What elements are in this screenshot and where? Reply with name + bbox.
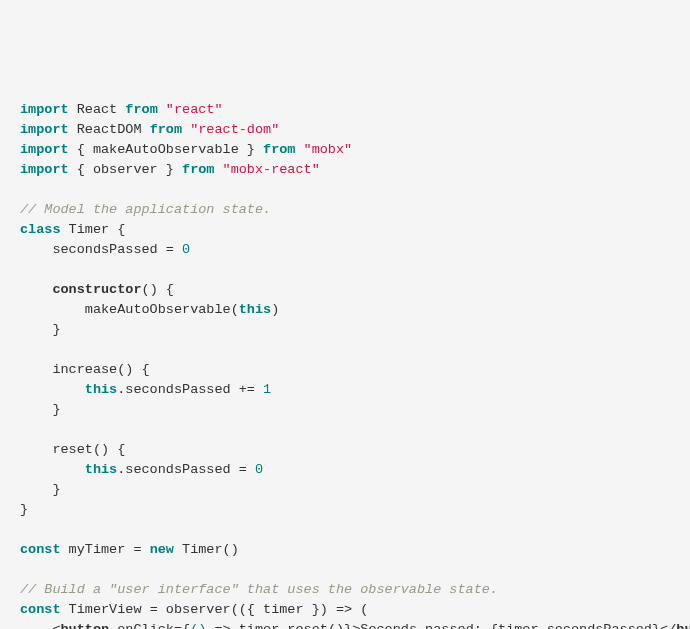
line: const TimerView = observer(({ timer }) =… [20,602,368,617]
comment: // Model the application state. [20,202,271,217]
line: class Timer { [20,222,125,237]
line: <button onClick={() => timer.reset()}>Se… [20,622,690,629]
line: } [20,482,61,497]
line: import { observer } from "mobx-react" [20,162,320,177]
line: } [20,322,61,337]
comment: // Build a "user interface" that uses th… [20,582,498,597]
line: import { makeAutoObservable } from "mobx… [20,142,352,157]
line: increase() { [20,362,150,377]
line: } [20,402,61,417]
line: this.secondsPassed += 1 [20,382,271,397]
line: constructor() { [20,282,174,297]
line: } [20,502,28,517]
line: makeAutoObservable(this) [20,302,279,317]
line: const myTimer = new Timer() [20,542,239,557]
line: reset() { [20,442,125,457]
line: secondsPassed = 0 [20,242,190,257]
code-block: import React from "react" import ReactDO… [20,100,670,629]
line: this.secondsPassed = 0 [20,462,263,477]
line: import ReactDOM from "react-dom" [20,122,279,137]
line: import React from "react" [20,102,223,117]
